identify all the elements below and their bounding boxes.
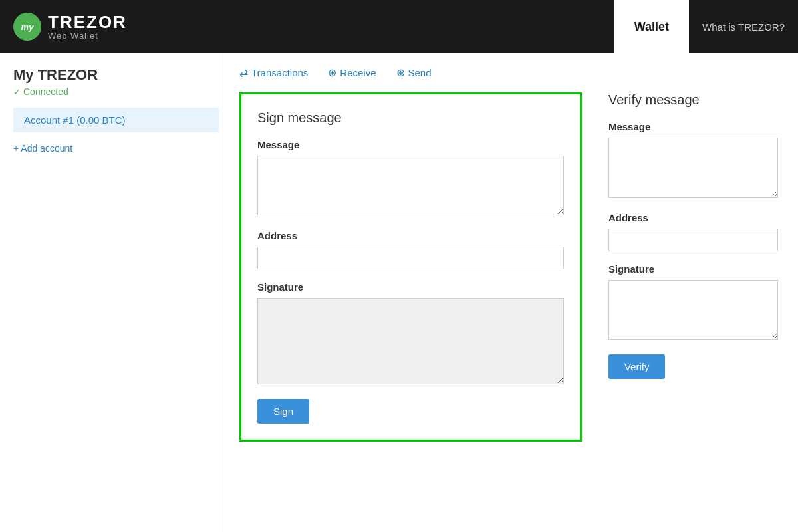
sign-signature-label: Signature bbox=[257, 281, 564, 293]
nav-wallet-button[interactable]: Wallet bbox=[614, 0, 689, 53]
sign-signature-output bbox=[257, 298, 564, 384]
logo-subtitle: Web Wallet bbox=[48, 31, 127, 41]
sign-panel-title: Sign message bbox=[257, 110, 564, 126]
logo-area: my TREZOR Web Wallet bbox=[13, 13, 127, 41]
verify-message-panel: Verify message Message Address Signature… bbox=[608, 92, 778, 379]
main-layout: My TREZOR Connected Account #1 (0.00 BTC… bbox=[0, 53, 798, 532]
header-nav: Wallet What is TREZOR? bbox=[614, 0, 798, 53]
sign-address-label: Address bbox=[257, 230, 564, 241]
tab-send[interactable]: ⊕ Send bbox=[396, 66, 432, 79]
tab-receive-label: Receive bbox=[340, 67, 376, 78]
content-area: ⇄ Transactions ⊕ Receive ⊕ Send Sign mes… bbox=[219, 53, 798, 532]
sidebar-title: My TREZOR bbox=[13, 66, 219, 84]
tab-send-label: Send bbox=[408, 67, 432, 78]
transactions-icon: ⇄ bbox=[239, 66, 248, 79]
sign-address-input[interactable] bbox=[257, 247, 564, 269]
tab-bar: ⇄ Transactions ⊕ Receive ⊕ Send bbox=[239, 66, 778, 79]
sign-message-label: Message bbox=[257, 139, 564, 150]
sign-message-panel: Sign message Message Address Signature S… bbox=[239, 92, 582, 442]
logo-trezor: TREZOR bbox=[48, 13, 127, 31]
header: my TREZOR Web Wallet Wallet What is TREZ… bbox=[0, 0, 798, 53]
account-item[interactable]: Account #1 (0.00 BTC) bbox=[13, 108, 219, 132]
logo-text: TREZOR Web Wallet bbox=[48, 13, 127, 41]
logo-icon: my bbox=[13, 13, 41, 41]
verify-address-label: Address bbox=[608, 212, 778, 223]
receive-icon: ⊕ bbox=[328, 66, 336, 79]
verify-signature-label: Signature bbox=[608, 263, 778, 275]
sign-address-group: Address bbox=[257, 230, 564, 269]
connected-status: Connected bbox=[13, 86, 219, 97]
verify-message-group: Message bbox=[608, 121, 778, 200]
verify-address-input[interactable] bbox=[608, 229, 778, 251]
panels-row: Sign message Message Address Signature S… bbox=[239, 92, 778, 442]
add-account-button[interactable]: + Add account bbox=[13, 140, 219, 156]
sign-signature-group: Signature bbox=[257, 281, 564, 387]
tab-receive[interactable]: ⊕ Receive bbox=[328, 66, 376, 79]
tab-transactions-label: Transactions bbox=[251, 67, 308, 78]
verify-panel-title: Verify message bbox=[608, 92, 778, 108]
verify-message-label: Message bbox=[608, 121, 778, 132]
verify-address-group: Address bbox=[608, 212, 778, 251]
sign-message-group: Message bbox=[257, 139, 564, 218]
verify-button[interactable]: Verify bbox=[608, 354, 666, 379]
sign-button[interactable]: Sign bbox=[257, 399, 309, 424]
send-icon: ⊕ bbox=[396, 66, 405, 79]
verify-message-input[interactable] bbox=[608, 138, 778, 198]
sidebar: My TREZOR Connected Account #1 (0.00 BTC… bbox=[0, 53, 219, 532]
tab-transactions[interactable]: ⇄ Transactions bbox=[239, 66, 308, 79]
sign-message-input[interactable] bbox=[257, 156, 564, 215]
verify-signature-input[interactable] bbox=[608, 280, 778, 340]
verify-signature-group: Signature bbox=[608, 263, 778, 342]
nav-what-trezor-link[interactable]: What is TREZOR? bbox=[689, 0, 798, 53]
